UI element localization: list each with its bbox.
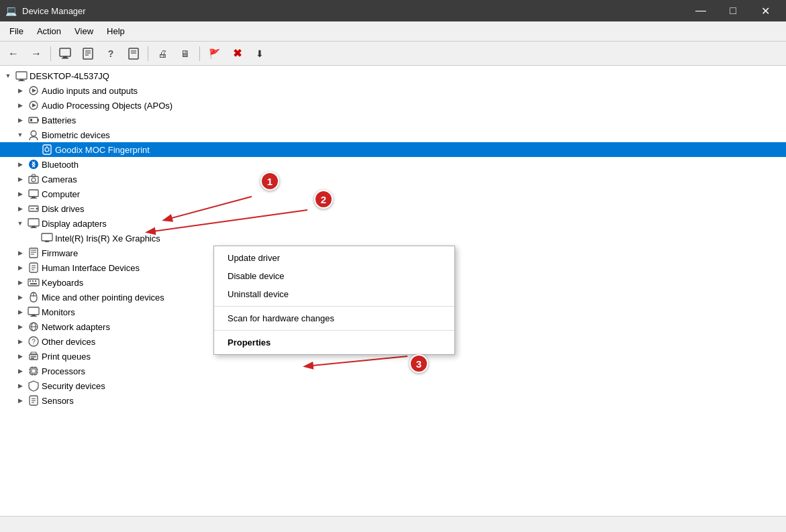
- expand-other[interactable]: [15, 336, 26, 347]
- context-menu-sep1: [214, 306, 454, 307]
- flag-button[interactable]: 🚩: [203, 44, 225, 63]
- help-button[interactable]: ?: [100, 44, 121, 63]
- hid-label: Human Interface Devices: [42, 263, 140, 273]
- context-menu-update-driver[interactable]: Update driver: [214, 249, 454, 267]
- svg-rect-3: [83, 48, 93, 59]
- svg-rect-30: [30, 198, 37, 199]
- back-button[interactable]: ←: [3, 44, 24, 63]
- svg-rect-1: [63, 56, 67, 58]
- biometric-label: Biometric devices: [42, 130, 110, 140]
- tree-item-computer[interactable]: Computer: [0, 187, 786, 201]
- svg-rect-34: [28, 219, 39, 226]
- expand-network[interactable]: [15, 321, 26, 332]
- download-button[interactable]: ⬇: [249, 44, 271, 63]
- svg-rect-55: [32, 315, 36, 316]
- svg-rect-37: [42, 233, 52, 241]
- tree-item-sensors[interactable]: Sensors: [0, 393, 786, 408]
- audio-proc-label: Audio Processing Objects (APOs): [42, 101, 173, 111]
- goodix-label: Goodix MOC Fingerprint: [55, 145, 150, 155]
- context-menu-properties[interactable]: Properties: [214, 333, 454, 352]
- svg-rect-11: [19, 79, 23, 81]
- disk-drives-icon: [28, 203, 40, 215]
- expand-print-queues[interactable]: [15, 351, 26, 362]
- monitor-button[interactable]: 🖥: [175, 44, 196, 63]
- expand-audio-io[interactable]: [15, 85, 26, 96]
- tree-item-biometric[interactable]: Biometric devices: [0, 127, 786, 142]
- svg-rect-49: [32, 280, 34, 282]
- print-queues-icon: [28, 350, 40, 362]
- expand-batteries[interactable]: [15, 115, 26, 125]
- context-menu-disable-device[interactable]: Disable device: [214, 267, 454, 285]
- expand-audio-proc[interactable]: [15, 100, 26, 111]
- firmware-label: Firmware: [42, 248, 78, 258]
- firmware-icon: [28, 247, 40, 259]
- root-icon: [15, 70, 28, 82]
- context-menu-uninstall-device[interactable]: Uninstall device: [214, 285, 454, 303]
- audio-io-label: Audio inputs and outputs: [42, 86, 138, 96]
- expand-sensors[interactable]: [15, 395, 26, 406]
- tree-item-goodix[interactable]: Goodix MOC Fingerprint: [0, 142, 786, 157]
- tree-item-display-adapters[interactable]: Display adapters: [0, 216, 786, 231]
- tree-item-batteries[interactable]: Batteries: [0, 113, 786, 127]
- status-bar: [0, 516, 786, 532]
- device-tree[interactable]: DESKTOP-4L537JQ Audio inputs and outputs…: [0, 66, 786, 411]
- svg-marker-27: [32, 174, 36, 176]
- tree-item-bluetooth[interactable]: Bluetooth: [0, 157, 786, 172]
- menu-help[interactable]: Help: [100, 23, 132, 39]
- expand-cameras[interactable]: [15, 174, 26, 184]
- svg-rect-19: [30, 119, 32, 121]
- expand-firmware[interactable]: [15, 248, 26, 258]
- mice-label: Mice and other pointing devices: [42, 292, 164, 303]
- tree-item-audio-proc[interactable]: Audio Processing Objects (APOs): [0, 98, 786, 113]
- tree-item-security[interactable]: Security devices: [0, 378, 786, 393]
- print-button[interactable]: 🖨: [152, 44, 173, 63]
- properties-button[interactable]: [77, 44, 99, 63]
- expand-monitors[interactable]: [15, 307, 26, 317]
- intel-iris-label: Intel(R) Iris(R) Xe Graphics: [55, 233, 160, 244]
- menu-file[interactable]: File: [3, 23, 30, 39]
- menu-view[interactable]: View: [68, 23, 100, 39]
- title-bar: 💻 Device Manager — □ ✕: [0, 0, 786, 21]
- minimize-button[interactable]: —: [685, 0, 716, 21]
- delete-button[interactable]: ✖: [226, 44, 248, 63]
- context-menu-scan[interactable]: Scan for hardware changes: [214, 309, 454, 327]
- forward-button[interactable]: →: [26, 44, 47, 63]
- tree-item-cameras[interactable]: Cameras: [0, 172, 786, 187]
- tree-item-processors[interactable]: Processors: [0, 364, 786, 378]
- expand-hid[interactable]: [15, 262, 26, 273]
- tree-item-root[interactable]: DESKTOP-4L537JQ: [0, 68, 786, 83]
- svg-text:?: ?: [32, 338, 36, 345]
- menu-bar: File Action View Help: [0, 21, 786, 42]
- expand-biometric[interactable]: [15, 129, 26, 140]
- expand-display-adapters[interactable]: [15, 218, 26, 229]
- tree-item-intel-iris[interactable]: Intel(R) Iris(R) Xe Graphics: [0, 231, 786, 246]
- maximize-button[interactable]: □: [718, 0, 748, 21]
- device-manager-button[interactable]: [54, 44, 76, 63]
- menu-action[interactable]: Action: [30, 23, 68, 39]
- svg-rect-17: [29, 117, 38, 123]
- context-menu: Update driver Disable device Uninstall d…: [213, 246, 455, 355]
- svg-rect-36: [30, 227, 37, 228]
- monitors-icon: [28, 306, 40, 318]
- expand-bluetooth[interactable]: [15, 159, 26, 170]
- expand-root[interactable]: [3, 70, 13, 81]
- expand-security[interactable]: [15, 380, 26, 391]
- bluetooth-label: Bluetooth: [42, 160, 79, 170]
- expand-keyboards[interactable]: [15, 277, 26, 288]
- expand-disk-drives[interactable]: [15, 203, 26, 214]
- tree-item-disk-drives[interactable]: Disk drives: [0, 201, 786, 216]
- batteries-icon: [28, 114, 40, 126]
- disk-drives-label: Disk drives: [42, 204, 85, 214]
- tree-item-audio-io[interactable]: Audio inputs and outputs: [0, 83, 786, 98]
- expand-computer[interactable]: [15, 189, 26, 199]
- expand-mice[interactable]: [15, 292, 26, 303]
- keyboards-icon: [28, 276, 40, 288]
- close-button[interactable]: ✕: [750, 0, 781, 21]
- audio-proc-icon: [28, 99, 40, 111]
- svg-rect-56: [30, 316, 37, 317]
- network-icon: [28, 321, 40, 333]
- expand-processors[interactable]: [15, 366, 26, 376]
- svg-rect-29: [32, 197, 36, 198]
- properties2-button[interactable]: [123, 44, 144, 63]
- svg-rect-35: [32, 226, 36, 227]
